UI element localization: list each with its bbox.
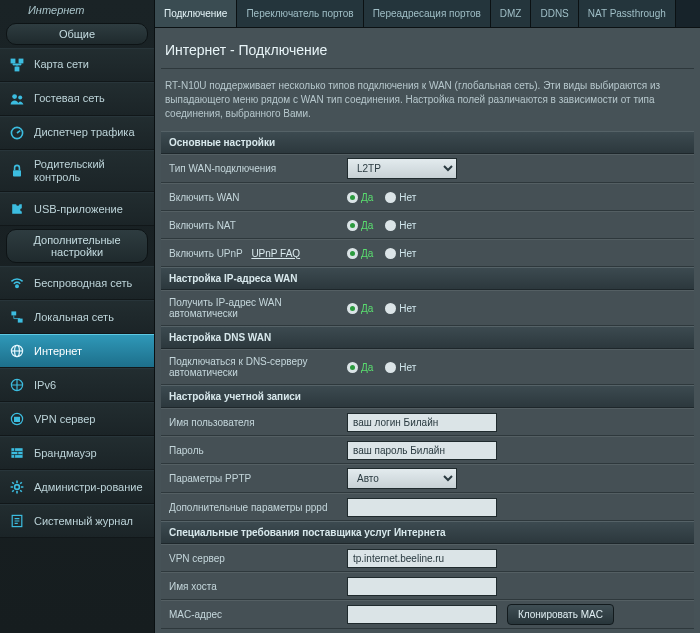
input-vpn-server[interactable] (347, 549, 497, 568)
radio-auto-ip[interactable]: ДаНет (347, 303, 416, 314)
sidebar-item-label: USB-приложение (34, 203, 146, 216)
sidebar-item-label: Брандмауэр (34, 447, 146, 460)
input-username[interactable] (347, 413, 497, 432)
guest-net-icon (8, 90, 26, 108)
vpn-icon (8, 410, 26, 428)
svg-point-3 (12, 94, 17, 99)
label-pppd-extra: Дополнительные параметры pppd (161, 496, 341, 519)
tab-4[interactable]: DDNS (531, 0, 578, 27)
section-isp: Специальные требования поставщика услуг … (161, 521, 694, 544)
radio-yes[interactable]: Да (347, 192, 373, 203)
tabs-bar: ПодключениеПереключатель портовПереадрес… (155, 0, 700, 28)
sidebar-item-label: IPv6 (34, 379, 146, 392)
sidebar-item-label: Родительский контроль (34, 158, 146, 184)
svg-point-4 (18, 95, 22, 99)
sidebar-general-item-1[interactable]: Гостевая сеть (0, 82, 154, 116)
sidebar-top-internet: Интернет (0, 0, 154, 20)
sidebar-advanced-item-3[interactable]: IPv6 (0, 368, 154, 402)
svg-point-16 (15, 485, 20, 490)
radio-no[interactable]: Нет (385, 248, 416, 259)
radio-no[interactable]: Нет (385, 303, 416, 314)
svg-rect-6 (13, 170, 21, 176)
sidebar-item-label: VPN сервер (34, 413, 146, 426)
sidebar-advanced-item-5[interactable]: Брандмауэр (0, 436, 154, 470)
button-clone-mac[interactable]: Клонировать MAC (507, 604, 614, 625)
label-mac: MAC-адрес (161, 603, 341, 626)
sidebar-general-item-3[interactable]: Родительский контроль (0, 150, 154, 192)
section-wan-ip: Настройка IP-адреса WAN (161, 267, 694, 290)
sidebar-item-label: Локальная сеть (34, 311, 146, 324)
radio-no[interactable]: Нет (385, 362, 416, 373)
label-auto-ip: Получить IP-адрес WAN автоматически (161, 291, 341, 325)
input-pppd-extra[interactable] (347, 498, 497, 517)
radio-yes[interactable]: Да (347, 303, 373, 314)
select-pptp[interactable]: Авто (347, 468, 457, 489)
sidebar-advanced-item-7[interactable]: Системный журнал (0, 504, 154, 538)
ipv6-icon (8, 376, 26, 394)
tab-0[interactable]: Подключение (155, 0, 237, 27)
sidebar-item-label: Гостевая сеть (34, 92, 146, 105)
network-map-icon (8, 56, 26, 74)
svg-rect-8 (11, 312, 16, 316)
radio-enable-wan[interactable]: ДаНет (347, 192, 416, 203)
sidebar-item-label: Интернет (34, 345, 146, 358)
sidebar-header-advanced: Дополнительные настройки (6, 229, 148, 263)
label-username: Имя пользователя (161, 411, 341, 434)
radio-yes[interactable]: Да (347, 362, 373, 373)
select-wan-type[interactable]: L2TP (347, 158, 457, 179)
input-hostname[interactable] (347, 577, 497, 596)
svg-point-7 (16, 285, 18, 287)
radio-auto-dns[interactable]: ДаНет (347, 362, 416, 373)
tab-3[interactable]: DMZ (491, 0, 532, 27)
sidebar-item-label: Карта сети (34, 58, 146, 71)
radio-enable-nat[interactable]: ДаНет (347, 220, 416, 231)
input-mac[interactable] (347, 605, 497, 624)
svg-rect-2 (15, 67, 20, 72)
sidebar-general-item-0[interactable]: Карта сети (0, 48, 154, 82)
radio-no[interactable]: Нет (385, 220, 416, 231)
label-auto-dns: Подключаться к DNS-серверу автоматически (161, 350, 341, 384)
label-wan-type: Тип WAN-подключения (161, 157, 341, 180)
svg-rect-15 (11, 449, 22, 459)
sidebar-general-item-4[interactable]: USB-приложение (0, 192, 154, 226)
lock-icon (8, 162, 26, 180)
sidebar-advanced-item-2[interactable]: Интернет (0, 334, 154, 368)
label-enable-upnp: Включить UPnP UPnP FAQ (161, 242, 341, 265)
sidebar-general-item-2[interactable]: Диспетчер трафика (0, 116, 154, 150)
svg-rect-14 (15, 418, 20, 422)
svg-rect-1 (19, 59, 24, 64)
sidebar-header-general: Общие (6, 23, 148, 45)
sidebar-advanced-item-6[interactable]: Администри-рование (0, 470, 154, 504)
traffic-icon (8, 124, 26, 142)
radio-enable-upnp[interactable]: ДаНет (347, 248, 416, 259)
radio-no[interactable]: Нет (385, 192, 416, 203)
tab-2[interactable]: Переадресация портов (364, 0, 491, 27)
label-password: Пароль (161, 439, 341, 462)
link-upnp-faq[interactable]: UPnP FAQ (251, 248, 300, 259)
page-description: RT-N10U поддерживает несколько типов под… (161, 69, 694, 131)
tab-5[interactable]: NAT Passthrough (579, 0, 676, 27)
label-pptp: Параметры PPTP (161, 467, 341, 490)
section-dns: Настройка DNS WAN (161, 326, 694, 349)
sidebar-item-label: Диспетчер трафика (34, 126, 146, 139)
puzzle-icon (8, 200, 26, 218)
lan-icon (8, 308, 26, 326)
wifi-icon (8, 274, 26, 292)
section-account: Настройка учетной записи (161, 385, 694, 408)
sidebar-item-label: Системный журнал (34, 515, 146, 528)
tab-1[interactable]: Переключатель портов (237, 0, 363, 27)
sidebar-advanced-item-1[interactable]: Локальная сеть (0, 300, 154, 334)
sidebar-advanced-item-4[interactable]: VPN сервер (0, 402, 154, 436)
svg-rect-9 (18, 319, 23, 323)
radio-yes[interactable]: Да (347, 248, 373, 259)
page-title: Интернет - Подключение (161, 34, 694, 69)
sidebar-advanced-item-0[interactable]: Беспроводная сеть (0, 266, 154, 300)
section-basic: Основные настройки (161, 131, 694, 154)
label-vpn-server: VPN сервер (161, 547, 341, 570)
radio-yes[interactable]: Да (347, 220, 373, 231)
sidebar-item-label: Администри-рование (34, 481, 146, 494)
admin-icon (8, 478, 26, 496)
input-password[interactable] (347, 441, 497, 460)
log-icon (8, 512, 26, 530)
sidebar-item-label: Беспроводная сеть (34, 277, 146, 290)
